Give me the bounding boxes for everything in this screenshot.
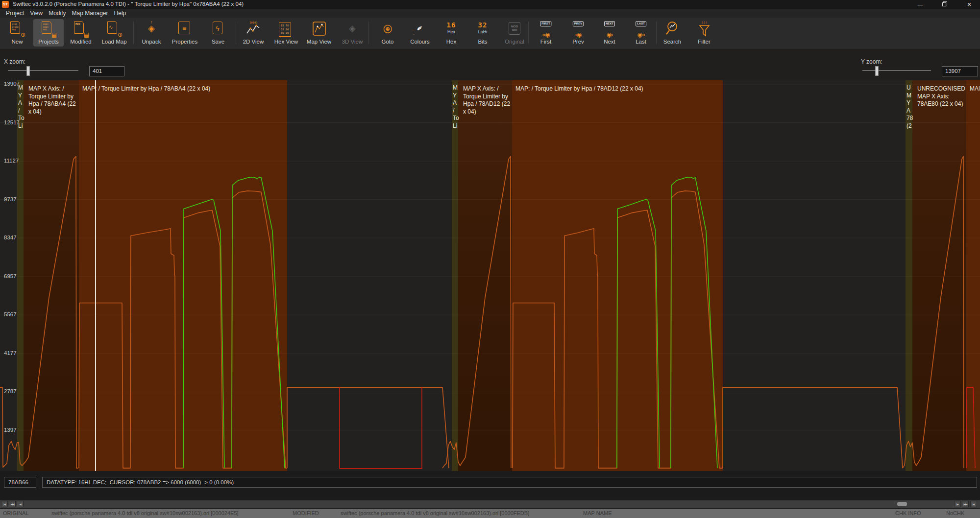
last-eye-icon: ◉» bbox=[632, 32, 650, 38]
toolbar-button-2d-view[interactable]: 101012D View bbox=[238, 19, 269, 47]
map2-y-axis-strip-label: M Y A / To Li bbox=[453, 84, 459, 130]
toolbar-button-hex-view[interactable]: E8 F652 0080 00Hex View bbox=[271, 19, 301, 47]
scroll-right-button-3[interactable]: ▶| bbox=[970, 501, 977, 507]
toolbar-button-label: Filter bbox=[689, 39, 719, 45]
chk-value: NoCHK bbox=[946, 510, 964, 516]
scroll-right-button-1[interactable]: ▶ bbox=[954, 501, 961, 507]
last-tag-icon: LAST bbox=[636, 21, 646, 26]
scroll-left-button-2[interactable]: ◀◀ bbox=[9, 501, 16, 507]
toolbar-button-label: Hex View bbox=[271, 39, 301, 45]
y-zoom-value-input[interactable]: 13907 bbox=[942, 66, 978, 76]
prev-eye-icon: ‹◉ bbox=[569, 32, 587, 38]
menu-item-view[interactable]: View bbox=[30, 9, 43, 18]
toolbar-button-next[interactable]: NEXT◉›Next bbox=[594, 19, 625, 47]
toolbar-button-search[interactable]: Search bbox=[657, 19, 687, 47]
cursor-line[interactable] bbox=[95, 80, 96, 471]
toolbar-button-label: Goto bbox=[372, 39, 403, 45]
scroll-left-button-1[interactable]: |◀ bbox=[1, 501, 8, 507]
toolbar-button-last[interactable]: LAST◉»Last bbox=[626, 19, 656, 47]
binary-doc-icon: 010101010001 bbox=[10, 21, 20, 34]
swiftec-window: ST Swiftec v3.0.2.0 (Porsche Panamera 4.… bbox=[0, 0, 980, 518]
map-curves bbox=[0, 80, 980, 471]
toolbar-button-filter[interactable]: ↓↓↓Filter bbox=[689, 19, 719, 47]
toolbar-separator bbox=[368, 22, 369, 44]
toolbar-button-prev[interactable]: PREV‹◉Prev bbox=[563, 19, 593, 47]
title-bar: ST Swiftec v3.0.2.0 (Porsche Panamera 4.… bbox=[0, 0, 980, 9]
modified-label: MODIFIED bbox=[293, 510, 319, 516]
toolbar-button-map-view[interactable]: Map View bbox=[304, 19, 334, 47]
arrow-up-icon: ↑ bbox=[143, 20, 160, 24]
toolbar-button-label: Modified bbox=[66, 39, 96, 45]
y-axis-tick-label: 5567 bbox=[4, 311, 17, 317]
y-axis-tick-label: 4177 bbox=[4, 350, 17, 356]
gap1-line bbox=[287, 387, 449, 468]
zoom-controls-row: X zoom: 401 Y zoom: 13907 bbox=[0, 48, 980, 80]
toolbar-button-label: 2D View bbox=[238, 39, 269, 45]
address-box[interactable]: 78AB66 bbox=[4, 477, 36, 488]
horizontal-scrollbar[interactable]: |◀◀◀◀▶▶▶▶| bbox=[0, 500, 980, 508]
y-axis-tick-label: 9737 bbox=[4, 196, 17, 202]
cube-3d-icon: ◈ bbox=[343, 20, 361, 37]
y-zoom-slider[interactable] bbox=[862, 70, 931, 71]
toolbar-button-unpack[interactable]: ◈↑Unpack bbox=[136, 19, 167, 47]
close-button[interactable]: ✕ bbox=[958, 0, 980, 9]
x-zoom-value-input[interactable]: 401 bbox=[89, 66, 124, 76]
toolbar-button-colours[interactable]: ✒∙∙ ∙Colours bbox=[405, 19, 435, 47]
toolbar-button-label: Last bbox=[626, 39, 656, 45]
status-row: 78AB66 DATATYPE: 16HL DEC; CURSOR: 078AB… bbox=[0, 471, 980, 500]
toolbar-button-save[interactable]: ϟSave bbox=[203, 19, 233, 47]
map-2d-view-chart[interactable]: 1390712517111279737834769575567417727871… bbox=[0, 80, 980, 472]
menu-item-project[interactable]: Project bbox=[6, 9, 24, 18]
database-icon: ▤ bbox=[84, 32, 89, 38]
gap2-line bbox=[723, 387, 903, 468]
map3-x-axis-label: UNRECOGNISED MAP X Axis: 78AE80 (22 x 04… bbox=[917, 85, 967, 108]
map2-x-axis-label: MAP X Axis: / Torque Limiter by Hpa / 78… bbox=[463, 85, 513, 116]
menu-item-modify[interactable]: Modify bbox=[49, 9, 66, 18]
eyedropper-icon: ✒ bbox=[408, 16, 432, 40]
first-eye-icon: «◉ bbox=[537, 32, 555, 38]
funnel-icon bbox=[696, 24, 712, 37]
toolbar-button-load-map[interactable]: ∿⊕Load Map bbox=[99, 19, 129, 47]
restore-button[interactable] bbox=[934, 0, 956, 9]
minimize-button[interactable]: — bbox=[909, 0, 931, 9]
next-eye-icon: ◉› bbox=[601, 32, 618, 38]
toolbar-button-properties[interactable]: ≡Properties bbox=[170, 19, 200, 47]
x-zoom-slider[interactable] bbox=[8, 70, 78, 71]
floppy-lightning-icon: ϟ bbox=[213, 22, 222, 34]
menu-item-map-manager[interactable]: Map Manager bbox=[72, 9, 108, 18]
prev-tag-icon: PREV bbox=[573, 21, 584, 26]
toolbar-button-goto[interactable]: ◎▲Goto bbox=[372, 19, 403, 47]
toolbar-separator bbox=[528, 22, 529, 44]
toolbar-button-first[interactable]: FIRST«◉First bbox=[531, 19, 561, 47]
toolbar-button-label: 3D View bbox=[337, 39, 368, 45]
y-zoom-slider-handle[interactable] bbox=[875, 66, 879, 76]
y-axis-tick-label: 11127 bbox=[4, 158, 19, 164]
map-name-label: MAP NAME bbox=[583, 510, 612, 516]
x-zoom-slider-handle[interactable] bbox=[26, 66, 30, 76]
hex-grid-icon: E8 F652 0080 00 bbox=[279, 23, 291, 37]
toolbar-button-label: Map View bbox=[304, 39, 334, 45]
toolbar-button-label: Load Map bbox=[99, 39, 129, 45]
toolbar-button-hex[interactable]: 16HexHex bbox=[436, 19, 466, 47]
window-title: Swiftec v3.0.2.0 (Porsche Panamera 4.0 T… bbox=[13, 1, 244, 7]
scrollbar-thumb[interactable] bbox=[897, 502, 907, 506]
toolbar-button-label: Unpack bbox=[136, 39, 167, 45]
toolbar-button-label: Projects bbox=[33, 39, 64, 45]
toolbar: 010101010001⊕New01010101001▤ProjectsMOD▤… bbox=[0, 18, 980, 48]
toolbar-button-new[interactable]: 010101010001⊕New bbox=[2, 19, 32, 47]
toolbar-button-bits[interactable]: 32LoHiBits bbox=[467, 19, 498, 47]
toolbar-button-label: Original bbox=[499, 39, 530, 45]
original-label: ORIGINAL bbox=[3, 510, 29, 516]
dots-icon: ∙∙ ∙ bbox=[412, 28, 414, 37]
toolbar-button-projects[interactable]: 01010101001▤Projects bbox=[33, 19, 64, 47]
file-status-strip: ORIGINALswiftec (porsche panamera 4.0 td… bbox=[0, 509, 980, 518]
toolbar-button-label: Prev bbox=[563, 39, 593, 45]
scroll-right-button-2[interactable]: ▶▶ bbox=[962, 501, 969, 507]
menu-item-help[interactable]: Help bbox=[114, 9, 126, 18]
toolbar-button-label: Properties bbox=[170, 39, 200, 45]
scroll-left-button-3[interactable]: ◀ bbox=[17, 501, 24, 507]
toolbar-button-3d-view: ◈3D View bbox=[337, 19, 368, 47]
y-axis-tick-label: 1397 bbox=[4, 427, 17, 433]
toolbar-button-modified[interactable]: MOD▤Modified bbox=[66, 19, 96, 47]
database-icon: ▤ bbox=[51, 32, 57, 38]
